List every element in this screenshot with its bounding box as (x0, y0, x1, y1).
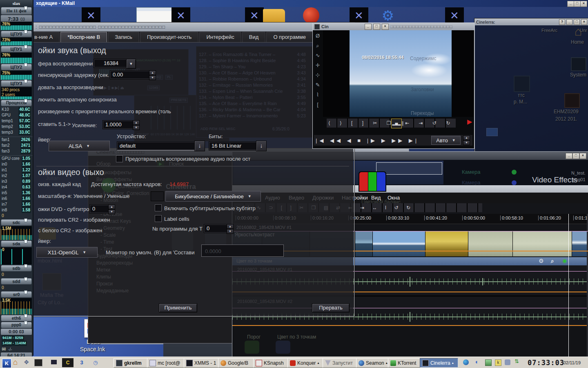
label-cells-checkbox[interactable] (155, 215, 162, 222)
play-every-frame-label[interactable]: оизв. каждый кад (38, 181, 81, 187)
compositor-play-icon[interactable]: ▶ (467, 118, 472, 126)
stop-audio-checkbox[interactable] (116, 155, 123, 162)
cpu2-chart[interactable]: 76% (1, 53, 32, 63)
desktop-icon-x5[interactable]: ✕ (445, 7, 464, 24)
disk-sdc-panel[interactable]: sdc (1, 219, 32, 226)
apply-button[interactable]: Применить (159, 303, 197, 312)
compositor-titlebar[interactable]: Cin _ □ × □□□□□□□□□□□□□□□□□□□□ (313, 23, 474, 30)
main-close-icon[interactable]: × (579, 153, 586, 159)
task-gkrellm[interactable]: gkrellm (114, 358, 149, 368)
automation-line-audio2[interactable] (232, 325, 588, 326)
tray-volume-icon[interactable]: ◖ (474, 358, 478, 365)
home-taskbar-icon[interactable]: ⌂ (13, 358, 18, 367)
disk-sda-chart[interactable]: 0 (1, 247, 32, 265)
task-seamonkey[interactable]: Seamon▴ (356, 358, 391, 368)
tab-interface[interactable]: Интерфейс (199, 32, 241, 42)
subtitles-label[interactable]: Включить субтитры/скрытые субтитр (164, 205, 256, 211)
right-window-help-icon[interactable]: ? (559, 19, 565, 25)
tray-usb-icon[interactable] (505, 359, 510, 365)
processes-panel[interactable]: Процессы (1, 100, 32, 106)
cr2-white-label[interactable]: с белого CR2 - изображен (38, 227, 102, 233)
gain-input[interactable]: 1.0000 (102, 120, 135, 129)
main-maximize-icon[interactable]: □ (572, 153, 579, 159)
cpu0-panel[interactable]: ЦПУ0 (1, 31, 32, 37)
cpu2-panel[interactable]: ЦПУ2 (1, 64, 32, 70)
task-ksnapshot[interactable]: KSnapsh (253, 358, 290, 368)
main-minimize-icon[interactable]: _ (566, 153, 572, 159)
disk-sdd-panel[interactable]: sdd (1, 278, 32, 285)
disk-sda-panel[interactable]: sda (1, 240, 32, 247)
buffer-dropdown-button[interactable]: ▼ (126, 59, 136, 69)
auto-dropdown[interactable]: Авто▼ (431, 136, 461, 145)
cpu1-chart[interactable]: 73% (1, 38, 32, 45)
tray-updown-icon[interactable]: ⇅ (514, 358, 519, 364)
kmail-maximize-icon[interactable]: □ (574, 1, 581, 7)
monitor-field[interactable]: 0.0000 (201, 245, 284, 257)
scaling-swatch[interactable] (151, 191, 164, 201)
disk-sdc-chart[interactable]: 1,5M (1, 226, 32, 240)
right-window-minimize-icon[interactable]: _ (566, 19, 572, 25)
find-taskbar-icon[interactable]: ❖ (24, 359, 29, 366)
tab-about[interactable]: О программе (266, 32, 313, 42)
tab-playback-b[interactable]: *Воспр-ние В (60, 32, 107, 42)
task-run[interactable]: Запустит (323, 358, 359, 368)
net-eth6-panel[interactable]: eth6 (1, 315, 32, 321)
video-driver-dropdown[interactable]: X11-OpenGL▼ (36, 247, 98, 258)
effect-power-icon[interactable]: ◉ (562, 258, 567, 264)
mail-row[interactable]: ✉ -/- (0, 346, 33, 352)
device-field[interactable]: default (117, 141, 195, 150)
desktop-icon-folder[interactable] (263, 9, 285, 23)
cpu3-chart[interactable]: 75% (1, 71, 32, 80)
histogram-button[interactable]: ▂▅▂ (391, 119, 402, 128)
disk-sdb-panel[interactable]: sdb (1, 265, 32, 272)
tray-klipper-icon[interactable]: k (495, 359, 501, 366)
task-cinelerra[interactable]: Cinelerra▴ (420, 358, 458, 368)
abort-button[interactable]: Прервать (312, 303, 350, 312)
desktop-icon-x2[interactable]: ✕ (172, 7, 190, 24)
compositor-close-icon[interactable]: × (382, 24, 389, 30)
bits-down-button[interactable]: ↓ (256, 141, 267, 151)
program-number-spinner[interactable]: ▲▼ (227, 224, 234, 234)
hw-sync-label[interactable]: лючить аппаратную синхрониза (38, 96, 117, 103)
desktop-icon-gear[interactable]: ⚙ (379, 7, 397, 25)
quicklaunch-c[interactable]: C (62, 358, 74, 367)
transport-buttons[interactable]: |◀ ◀◀ ◀ ■ |▶ ▶ ▶▶ ▶| (314, 137, 431, 144)
proc-chart[interactable]: 340 procs 2 users (1, 87, 32, 99)
desktop-icon-ball[interactable] (303, 7, 319, 24)
realtime-priority-label[interactable]: роизведение с приоритетом реального врем… (38, 108, 171, 114)
cpu0-chart[interactable]: 76% (1, 22, 32, 30)
kmail-close-icon[interactable]: × (580, 1, 587, 7)
task-xmms[interactable]: XMMS - 1 (184, 358, 220, 368)
cpu1-panel[interactable]: ЦПУ1 (1, 46, 32, 52)
quicklaunch-3[interactable]: 3 (76, 358, 87, 367)
right-window-close-icon[interactable]: × (581, 19, 587, 25)
subtitles-checkbox[interactable] (155, 204, 162, 211)
compositor-transport[interactable]: |◀ ◀◀ ◀ ■ |▶ ▶ ▶▶ ▶| Авто▼ ▲▼ (314, 135, 472, 146)
label-cells-label[interactable]: Label cells (164, 216, 189, 222)
kmail-titlebar[interactable]: ходящие - KMail _ □ × (0, 0, 588, 7)
device-down-button[interactable]: ↓ (194, 141, 205, 151)
disk-sr0-chart[interactable]: 3,5K (1, 298, 32, 314)
tab-record[interactable]: Запись (108, 32, 139, 42)
right-window-titlebar[interactable]: Cinelerra: ? _ □ × (475, 19, 588, 25)
bits-field[interactable]: 16 Bit Linear (209, 141, 258, 150)
auto-spinner[interactable]: ▲▼ (463, 135, 470, 145)
follow-playback-label[interactable]: довать за воспроизведени (38, 84, 103, 90)
desktop-icon-x3[interactable]: ✕ (245, 7, 264, 24)
task-google[interactable]: Google/B (218, 358, 256, 368)
compositor-canvas[interactable]: 08/02/2016 18:55:44 Содержимс Заголовки … (323, 30, 473, 117)
kmail-minimize-icon[interactable]: _ (567, 1, 574, 7)
cr2-interpolate-label[interactable]: полировать CR2 - изображен (38, 217, 110, 223)
compositor-edit-toolbar-2[interactable]: ⇤ ⇥ ↺ ↻ (403, 119, 456, 128)
tab-performance[interactable]: Производит-ность (140, 32, 199, 42)
effect-gear-icon[interactable]: ⚙ (539, 258, 544, 264)
disk-sr0-panel[interactable]: sr0 (1, 291, 32, 298)
audio-driver-dropdown[interactable]: ALSA▼ (49, 141, 110, 151)
desktop-icon-x4[interactable]: ✕ (350, 7, 368, 24)
net-ppp0-panel[interactable]: ppp0 (1, 322, 32, 328)
gain-spinner[interactable]: ▲▼ (133, 120, 140, 130)
quicklaunch-monitor[interactable] (48, 358, 60, 367)
gkrellm-monitor[interactable]: slax Пн 11 фев 7:33 03 76% ЦПУ0 73% ЦПУ1… (0, 0, 33, 356)
compositor-maximize-icon[interactable]: □ (373, 24, 380, 30)
compositor-minimize-icon[interactable]: _ (365, 24, 372, 30)
